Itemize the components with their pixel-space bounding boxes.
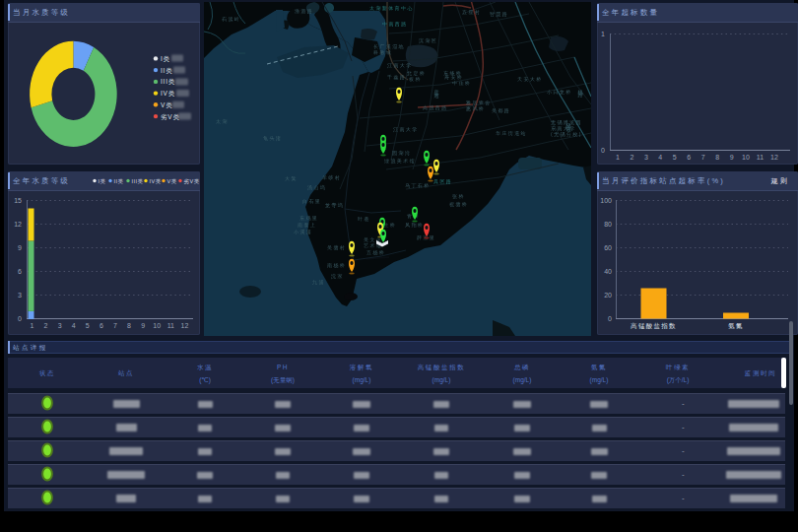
svg-text:3: 3	[58, 322, 62, 329]
svg-text:(无锡分校): (无锡分校)	[551, 131, 582, 138]
svg-text:40: 40	[604, 268, 612, 275]
svg-text:1: 1	[601, 31, 605, 37]
svg-text:11: 11	[167, 322, 174, 329]
svg-text:6: 6	[687, 154, 691, 161]
svg-text:15: 15	[14, 197, 22, 204]
svg-text:12: 12	[14, 221, 22, 228]
svg-text:1: 1	[31, 322, 34, 329]
svg-text:沈家: 沈家	[331, 273, 344, 280]
svg-text:9: 9	[141, 322, 145, 329]
svg-text:V类: V类	[167, 178, 177, 184]
svg-text:张桥: 张桥	[452, 193, 465, 200]
svg-text:九浦: 九浦	[312, 279, 325, 286]
svg-text:劣V类: 劣V类	[161, 113, 180, 121]
svg-text:滨湖区: 滨湖区	[419, 37, 437, 44]
svg-text:中佳桥: 中佳桥	[452, 80, 471, 86]
svg-text:11: 11	[757, 154, 764, 161]
svg-text:6: 6	[18, 268, 22, 275]
svg-text:20: 20	[604, 292, 612, 299]
svg-text:吴都路: 吴都路	[492, 107, 510, 114]
svg-text:0: 0	[608, 315, 612, 322]
svg-text:9: 9	[18, 244, 22, 251]
svg-text:五杨桥: 五杨桥	[366, 249, 385, 256]
svg-text:汤山坞: 汤山坞	[307, 184, 326, 191]
svg-text:江南大学: 江南大学	[387, 62, 413, 69]
svg-text:寿安桥: 寿安桥	[444, 74, 463, 80]
svg-text:0: 0	[601, 147, 605, 154]
svg-text:中南西路: 中南西路	[382, 21, 408, 28]
svg-text:100: 100	[600, 197, 612, 204]
svg-text:60: 60	[604, 244, 612, 251]
svg-text:高浪西路: 高浪西路	[423, 104, 448, 111]
svg-text:凤翔桥: 凤翔桥	[405, 222, 424, 228]
svg-text:小曰龙桥: 小曰龙桥	[547, 89, 572, 96]
svg-text:2: 2	[630, 154, 633, 161]
svg-text:小溪浦: 小溪浦	[294, 229, 312, 235]
svg-text:石渎岭: 石渎岭	[222, 16, 240, 23]
svg-text:具区路: 具区路	[433, 178, 452, 184]
svg-text:0: 0	[18, 315, 22, 322]
svg-text:7: 7	[701, 154, 705, 161]
svg-text:IV类: IV类	[150, 178, 162, 184]
svg-text:科教城: 科教城	[373, 49, 392, 56]
svg-text:南泰上: 南泰上	[298, 222, 316, 228]
svg-text:3: 3	[644, 154, 648, 161]
svg-text:龟头渚: 龟头渚	[263, 135, 282, 142]
svg-text:江南大学: 江南大学	[393, 126, 419, 133]
svg-text:氨氮: 氨氮	[728, 322, 744, 329]
svg-text:乌丁石桥: 乌丁石桥	[405, 182, 431, 189]
svg-text:7: 7	[113, 322, 117, 329]
svg-text:8: 8	[715, 154, 719, 161]
svg-text:12: 12	[181, 322, 189, 329]
svg-text:4: 4	[72, 322, 76, 329]
svg-text:10: 10	[742, 154, 750, 161]
svg-text:智慧路: 智慧路	[490, 11, 508, 17]
svg-text:太湖: 太湖	[216, 118, 229, 124]
svg-text:I类: I类	[99, 178, 106, 184]
svg-text:大箕: 大箕	[285, 175, 298, 181]
svg-text:8: 8	[127, 322, 131, 329]
svg-text:祝塘桥: 祝塘桥	[449, 201, 468, 208]
svg-text:南杨桥: 南杨桥	[327, 262, 346, 269]
svg-text:高锰酸盐指数: 高锰酸盐指数	[631, 322, 677, 330]
svg-text:劣V类: 劣V类	[184, 178, 200, 185]
svg-text:6: 6	[100, 322, 103, 329]
svg-text:12: 12	[770, 154, 778, 161]
svg-text:3: 3	[18, 292, 22, 299]
svg-text:V类: V类	[161, 101, 172, 108]
svg-text:III类: III类	[132, 178, 144, 184]
svg-text:园湖湾: 园湖湾	[392, 150, 411, 157]
svg-text:I类: I类	[161, 55, 170, 62]
svg-text:5: 5	[86, 322, 90, 329]
svg-text:羊岐村: 羊岐村	[322, 174, 341, 181]
svg-text:80: 80	[604, 221, 612, 228]
svg-text:白石里: 白石里	[302, 198, 321, 205]
svg-text:1: 1	[616, 154, 620, 161]
svg-text:五星村: 五星村	[462, 9, 481, 16]
svg-text:4: 4	[658, 154, 662, 161]
svg-text:II类: II类	[114, 178, 124, 184]
svg-text:天安大桥: 天安大桥	[517, 76, 543, 82]
svg-text:龙寺坞: 龙寺坞	[325, 202, 344, 209]
svg-text:IV类: IV类	[161, 90, 175, 97]
svg-text:吴塘村: 吴塘村	[327, 244, 346, 251]
svg-text:9: 9	[730, 154, 734, 161]
svg-text:渔港路: 渔港路	[295, 8, 313, 15]
svg-text:惠风桥: 惠风桥	[465, 105, 485, 111]
svg-text:2: 2	[44, 322, 48, 329]
svg-text:叶巷: 叶巷	[358, 216, 370, 222]
svg-text:III类: III类	[161, 78, 175, 85]
svg-text:板桥: 板桥	[408, 76, 422, 82]
svg-text:华庄街道站: 华庄街道站	[496, 130, 527, 137]
svg-text:太湖新体育中心: 太湖新体育中心	[369, 5, 414, 11]
svg-text:5: 5	[673, 154, 677, 161]
svg-text:10: 10	[153, 322, 161, 329]
svg-text:绿浪美术馆: 绿浪美术馆	[384, 158, 416, 165]
svg-text:东鸡里: 东鸡里	[299, 215, 318, 221]
svg-text:千鑫路: 千鑫路	[387, 74, 406, 80]
svg-text:II类: II类	[161, 67, 173, 74]
